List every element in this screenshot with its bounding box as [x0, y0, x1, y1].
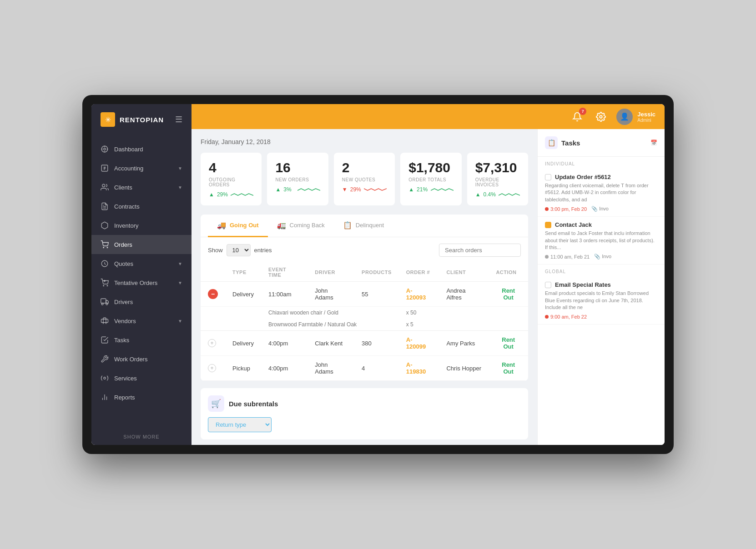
coming-back-icon: 🚛: [277, 221, 286, 230]
sub-product-qty-2: x 5: [399, 319, 439, 331]
sub-product-name-2: Brownwood Farmtable / Natural Oak: [261, 319, 399, 331]
sidebar-item-tentative-orders[interactable]: Tentative Orders ▼: [91, 273, 192, 292]
work-orders-label: Work Orders: [114, 356, 147, 363]
stat-label-3: ORDER TOTALS: [408, 177, 453, 182]
logo-icon: ✳: [101, 112, 115, 127]
settings-button[interactable]: [593, 109, 609, 125]
order-type-2: Delivery: [225, 331, 261, 356]
date-header: Friday, January 12, 2018: [201, 138, 528, 145]
stat-trend-4: ▲ 0.4%: [475, 191, 520, 198]
task-checkbox-1[interactable]: [545, 174, 551, 180]
rent-out-button-2[interactable]: Rent Out: [496, 336, 521, 350]
task-checkbox-3[interactable]: [545, 282, 551, 288]
sub-product-qty-1: x 50: [399, 307, 439, 319]
order-client-3: Chris Hopper: [439, 356, 489, 381]
col-action: ACTION: [489, 263, 528, 282]
sidebar-item-vendors[interactable]: Vendors ▼: [91, 311, 192, 330]
row-expand-1[interactable]: −: [201, 282, 225, 307]
notifications-button[interactable]: 7: [569, 109, 585, 125]
expand-button[interactable]: +: [208, 339, 216, 347]
accounting-arrow: ▼: [178, 166, 182, 171]
notification-count: 7: [579, 108, 586, 115]
svg-point-7: [103, 247, 104, 248]
stat-trend-0: ▲ 29%: [209, 191, 253, 198]
task-checkbox-2[interactable]: [545, 222, 551, 228]
order-type-1: Delivery: [225, 282, 261, 307]
show-label: Show: [208, 247, 223, 254]
row-expand-3[interactable]: +: [201, 356, 225, 381]
sidebar-item-tasks[interactable]: Tasks: [91, 330, 192, 349]
tab-going-out[interactable]: 🚚 Going Out: [208, 215, 268, 237]
svg-point-21: [600, 115, 602, 118]
vendors-arrow: ▼: [178, 319, 182, 324]
table-row: + Delivery 4:00pm Clark Kent 380 A-12009…: [201, 331, 528, 356]
tasks-header: 📋 Tasks 📅: [538, 129, 665, 157]
tab-delinquent[interactable]: 📋 Delinquent: [334, 215, 393, 237]
sidebar-navigation: Dashboard Accounting ▼ Clients: [91, 135, 192, 429]
task-name-1: Update Order #5612: [555, 174, 611, 180]
tasks-panel: 📋 Tasks 📅 INDIVIDUAL Update Order #5612 …: [537, 129, 665, 445]
subrentals-header: 🛒 Due subrentals: [208, 395, 521, 412]
orders-panel: 🚚 Going Out 🚛 Coming Back 📋 Delinquent: [201, 215, 528, 381]
app-name: RENTOPIAN: [120, 116, 164, 124]
task-meta-1: 3:00 pm, Feb 20 📎 Invo: [545, 206, 657, 212]
show-more-button[interactable]: SHOW MORE: [91, 429, 192, 445]
order-num-2: A-120099: [399, 331, 439, 356]
col-event-time: EVENT TIME: [261, 263, 307, 282]
tab-coming-back[interactable]: 🚛 Coming Back: [268, 215, 334, 237]
table-row-sub: Chiavari wooden chair / Gold x 50: [201, 307, 528, 319]
global-section-label: GLOBAL: [538, 265, 665, 277]
sidebar-item-contracts[interactable]: Contracts: [91, 197, 192, 216]
logo-area: ✳ RENTOPIAN ☰: [91, 104, 192, 135]
order-time-1: 11:00am: [261, 282, 307, 307]
collapse-button[interactable]: −: [208, 289, 218, 299]
user-menu[interactable]: 👤 Jessic Admini: [616, 109, 655, 125]
drivers-label: Drivers: [114, 299, 133, 305]
stat-trend-1: ▲ 3%: [275, 186, 320, 193]
row-expand-2[interactable]: +: [201, 331, 225, 356]
svg-point-15: [101, 303, 103, 305]
tasks-label: Tasks: [114, 337, 129, 344]
sidebar-item-quotes[interactable]: Quotes ▼: [91, 254, 192, 273]
sidebar-item-orders[interactable]: Orders: [91, 235, 192, 254]
svg-point-16: [106, 303, 108, 305]
sidebar-item-work-orders[interactable]: Work Orders: [91, 349, 192, 369]
stat-value-3: $1,780: [408, 160, 453, 175]
rent-out-button-1[interactable]: Rent Out: [496, 287, 521, 301]
order-driver-2: Clark Kent: [307, 331, 354, 356]
sidebar-item-dashboard[interactable]: Dashboard: [91, 140, 192, 159]
task-meta-3: 9:00 am, Feb 22: [545, 314, 657, 319]
return-type-select[interactable]: Return type: [208, 417, 272, 432]
col-type: [201, 263, 225, 282]
stat-value-4: $7,310: [475, 160, 520, 175]
user-avatar: 👤: [616, 109, 633, 125]
hamburger-menu[interactable]: ☰: [175, 115, 182, 125]
task-time-1: 3:00 pm, Feb 20: [545, 206, 587, 212]
expand-button[interactable]: +: [208, 364, 216, 372]
tab-coming-back-label: Coming Back: [290, 222, 325, 229]
sidebar: ✳ RENTOPIAN ☰ Dashboard Accounti: [91, 104, 192, 445]
services-label: Services: [114, 375, 137, 382]
task-meta-2: 11:00 am, Feb 21 📎 Invo: [545, 254, 657, 260]
task-item-2: Contact Jack Send email to Jack Foster t…: [538, 217, 665, 265]
inventory-label: Inventory: [114, 222, 138, 229]
tasks-title: Tasks: [561, 139, 580, 147]
orders-tabs: 🚚 Going Out 🚛 Coming Back 📋 Delinquent: [201, 215, 528, 237]
order-action-2: Rent Out: [489, 331, 528, 356]
sidebar-item-clients[interactable]: Clients ▼: [91, 178, 192, 197]
entries-label: entries: [254, 247, 272, 254]
sidebar-item-drivers[interactable]: Drivers: [91, 292, 192, 311]
reports-label: Reports: [114, 394, 135, 401]
sidebar-item-inventory[interactable]: Inventory: [91, 216, 192, 235]
search-orders-input[interactable]: [439, 244, 521, 257]
svg-point-1: [104, 148, 106, 150]
sidebar-item-services[interactable]: Services: [91, 369, 192, 388]
task-name-2: Contact Jack: [555, 221, 592, 228]
sidebar-item-accounting[interactable]: Accounting ▼: [91, 159, 192, 178]
sidebar-item-reports[interactable]: Reports: [91, 388, 192, 407]
clients-arrow: ▼: [178, 185, 182, 190]
stat-label-0: OUTGOING ORDERS: [209, 177, 253, 187]
entries-select[interactable]: 10 25 50: [227, 244, 251, 256]
order-time-2: 4:00pm: [261, 331, 307, 356]
rent-out-button-3[interactable]: Rent Out: [496, 361, 521, 375]
